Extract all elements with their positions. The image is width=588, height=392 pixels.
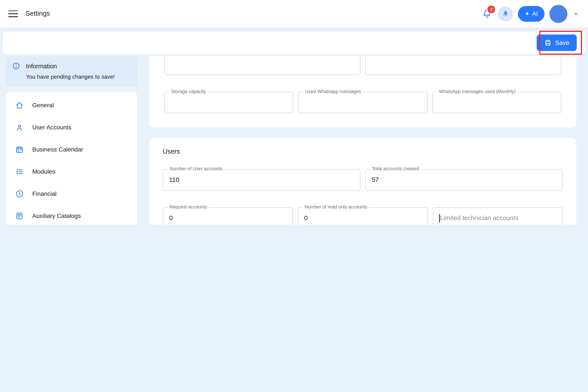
rocket-icon xyxy=(502,10,510,18)
save-toolbar: Save xyxy=(3,32,585,54)
used-whatsapp-messages-field[interactable]: Used Whatsapp messages xyxy=(298,92,428,113)
page-title: Settings xyxy=(26,10,50,18)
field-value: 110 xyxy=(169,176,179,184)
read-only-accounts-field[interactable]: Number of read only accounts 0 xyxy=(298,208,428,224)
top-header: Settings 2 xyxy=(0,0,588,27)
person-icon xyxy=(15,123,24,132)
avatar[interactable] xyxy=(549,5,567,23)
sidebar-item-label: Modules xyxy=(32,168,55,175)
field-label: Request accounts xyxy=(168,204,209,210)
whatsapp-monthly-field[interactable]: WhatsApp messages used (Monthly) xyxy=(432,92,561,113)
sidebar-item-label: Business Calendar xyxy=(32,146,83,153)
field-label: Number of User accounts xyxy=(168,166,224,171)
cropped-field[interactable] xyxy=(164,56,360,75)
sidebar-item-label: User Accounts xyxy=(32,124,71,131)
limited-technician-accounts-field[interactable]: Limited technician accounts xyxy=(433,208,563,224)
menu-icon[interactable] xyxy=(8,10,18,17)
storage-capacity-field[interactable]: Storage capacity xyxy=(164,92,293,113)
field-label: Storage capacity xyxy=(169,89,208,94)
dollar-circle-icon: $ xyxy=(15,189,24,198)
ai-assistant-button[interactable]: ✦ AI xyxy=(518,6,544,22)
users-title: Users xyxy=(163,148,563,156)
home-icon xyxy=(15,101,24,110)
chevron-down-icon[interactable] xyxy=(572,10,580,18)
catalog-icon xyxy=(15,211,24,220)
calendar-icon xyxy=(15,145,24,154)
users-card: Users Number of User accounts 110 Total … xyxy=(149,138,576,224)
number-of-user-accounts-field[interactable]: Number of User accounts 110 xyxy=(163,169,360,191)
field-value: 0 xyxy=(304,214,308,222)
field-label: Number of read only accounts xyxy=(302,204,369,210)
field-value: 57 xyxy=(372,176,379,184)
sidebar-item-label: Financial xyxy=(32,190,56,197)
notifications-button[interactable]: 2 xyxy=(480,7,493,20)
plan-capacity-card: Storage capacity Used Whatsapp messages … xyxy=(149,56,576,128)
rocket-button[interactable] xyxy=(498,6,513,21)
save-icon xyxy=(544,39,552,46)
header-actions: 2 ✦ AI xyxy=(480,5,580,23)
field-label: WhatsApp messages used (Monthly) xyxy=(437,89,518,94)
info-banner: Information You have pending changes to … xyxy=(6,56,137,86)
field-placeholder: Limited technician accounts xyxy=(439,214,518,222)
field-label: Used Whatsapp messages xyxy=(303,89,363,94)
sidebar-item-general[interactable]: General xyxy=(6,94,137,116)
field-label: Total accounts created xyxy=(370,166,421,171)
checklist-icon xyxy=(15,167,24,176)
svg-text:$: $ xyxy=(18,192,21,196)
info-title: Information xyxy=(26,62,57,70)
request-accounts-field[interactable]: Request accounts 0 xyxy=(163,208,293,224)
text-cursor xyxy=(439,214,440,222)
field-value: 0 xyxy=(169,214,173,222)
sparkle-icon: ✦ xyxy=(525,10,530,17)
total-accounts-created-field[interactable]: Total accounts created 57 xyxy=(365,169,563,191)
info-icon xyxy=(12,62,20,70)
save-button[interactable]: Save xyxy=(537,34,577,51)
settings-sidebar: Information You have pending changes to … xyxy=(6,56,137,224)
notification-badge: 2 xyxy=(487,5,496,14)
sidebar-item-label: General xyxy=(32,102,54,109)
pending-changes-message: You have pending changes to save! xyxy=(26,74,131,80)
settings-main: Storage capacity Used Whatsapp messages … xyxy=(149,56,576,224)
cropped-fields-row xyxy=(164,56,561,75)
sidebar-item-label: Auxiliary Catalogs xyxy=(32,212,81,220)
sidebar-item-modules[interactable]: Modules xyxy=(6,160,137,183)
settings-page: Settings 2 xyxy=(0,0,588,224)
sidebar-item-auxiliary-catalogs[interactable]: Auxiliary Catalogs xyxy=(6,205,137,224)
sidebar-item-business-calendar[interactable]: Business Calendar xyxy=(6,138,137,160)
sidebar-item-financial[interactable]: $ Financial xyxy=(6,183,137,205)
sidebar-item-user-accounts[interactable]: User Accounts xyxy=(6,116,137,138)
settings-nav: General User Accounts Business Calendar xyxy=(6,92,137,224)
cropped-field[interactable] xyxy=(365,56,562,75)
